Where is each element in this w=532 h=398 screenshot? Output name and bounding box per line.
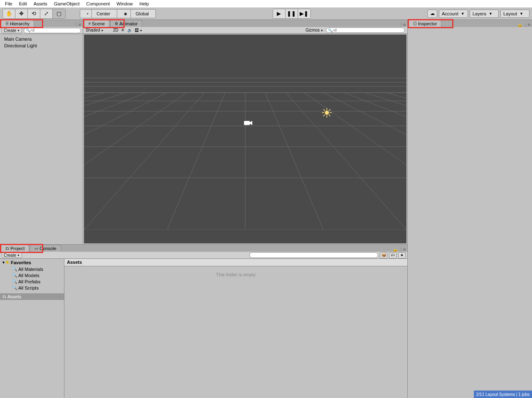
menu-file[interactable]: File <box>2 0 16 7</box>
lock-icon[interactable]: 🔒 ⋮≡ <box>393 247 406 252</box>
console-icon: ▭ <box>34 246 38 251</box>
panel-menu-icon[interactable]: ⋮≡ <box>74 22 81 27</box>
scene-search[interactable]: 🔍All <box>326 27 405 33</box>
play-button[interactable]: ▶ <box>273 9 286 18</box>
rotate-tool[interactable]: ⟲ <box>28 9 40 18</box>
svg-line-17 <box>304 93 406 230</box>
filter-label-button[interactable]: 🏷 <box>389 252 397 258</box>
scene-panel: # Scene ⚙ Animator ⋮≡ Shaded 2D ☀ 🔊 🖼 Gi… <box>83 20 407 244</box>
pivot-center[interactable]: ▪︎Center <box>80 10 117 18</box>
assets-folder[interactable]: 🗀Assets <box>0 293 64 300</box>
project-content: Assets This folder is empty <box>64 259 407 398</box>
hierarchy-panel: ☰ Hierarchy ⋮≡ Create 🔍All Main Camera D… <box>0 20 83 244</box>
directional-light-gizmo[interactable]: ☀ <box>321 105 333 121</box>
svg-line-11 <box>167 93 225 230</box>
svg-line-20 <box>344 93 406 230</box>
camera-gizmo[interactable] <box>244 120 253 128</box>
svg-line-18 <box>323 93 406 230</box>
rect-tool[interactable]: ▢ <box>53 9 65 18</box>
toggle-audio[interactable]: 🔊 <box>127 28 132 32</box>
svg-line-19 <box>84 93 146 230</box>
breadcrumb[interactable]: Assets <box>64 259 407 266</box>
inspector-panel: ⓘ Inspector 🔒 ⋮≡ <box>407 20 532 244</box>
info-icon: ⓘ <box>413 21 417 27</box>
play-controls: ▶ ❚❚ ▶❚ <box>273 9 311 19</box>
pause-button[interactable]: ❚❚ <box>286 9 298 18</box>
toggle-fx[interactable]: 🖼 <box>135 28 143 32</box>
favorite-button[interactable]: ★ <box>398 252 406 258</box>
animator-icon: ⚙ <box>115 22 118 26</box>
hierarchy-item-directional-light[interactable]: Directional Light <box>4 42 79 49</box>
hand-tool[interactable]: ✋ <box>3 9 15 18</box>
menu-edit[interactable]: Edit <box>16 0 30 7</box>
svg-line-21 <box>84 93 126 230</box>
layers-dropdown[interactable]: Layers▼ <box>470 10 499 18</box>
fav-all-models[interactable]: 🔍All Models <box>0 272 64 278</box>
scene-icon: # <box>89 22 91 26</box>
project-tree: ▼★ Favorites 🔍All Materials 🔍All Models … <box>0 259 64 398</box>
toggle-2d[interactable]: 2D <box>113 28 118 32</box>
menu-assets[interactable]: Assets <box>30 0 51 7</box>
tab-inspector[interactable]: ⓘ Inspector <box>409 20 441 27</box>
menu-bar: File Edit Assets GameObject Component Wi… <box>0 0 532 7</box>
hierarchy-create-dropdown[interactable]: Create <box>2 27 22 33</box>
layout-dropdown[interactable]: Layout▼ <box>500 10 530 18</box>
menu-component[interactable]: Component <box>83 0 113 7</box>
scale-tool[interactable]: ⤢ <box>40 9 53 18</box>
folder-icon: 🗀 <box>5 246 9 251</box>
svg-line-24 <box>386 93 406 230</box>
empty-folder-label: This folder is empty <box>64 266 407 283</box>
hierarchy-item-main-camera[interactable]: Main Camera <box>4 36 79 42</box>
project-panel: 🗀 Project ▭ Console 🔒 ⋮≡ Create 📦 🏷 ★ ▼★… <box>0 244 407 398</box>
toolbar: ✋ ✥ ⟲ ⤢ ▢ ▪︎Center ◉Global ▶ ❚❚ ▶❚ ☁ Acc… <box>0 7 532 20</box>
scene-viewport[interactable]: ☀ <box>84 34 406 243</box>
fav-all-prefabs[interactable]: 🔍All Prefabs <box>0 278 64 285</box>
project-search[interactable] <box>249 252 378 258</box>
hierarchy-list: Main Camera Directional Light <box>0 34 83 244</box>
svg-line-22 <box>365 93 406 230</box>
shading-mode-dropdown[interactable]: Shaded <box>86 28 111 32</box>
svg-line-14 <box>84 93 167 230</box>
tab-animator[interactable]: ⚙ Animator <box>110 20 142 27</box>
menu-window[interactable]: Window <box>113 0 136 7</box>
project-create-dropdown[interactable]: Create <box>2 252 22 258</box>
menu-help[interactable]: Help <box>136 0 152 7</box>
panel-menu-icon[interactable]: ⋮≡ <box>399 22 406 27</box>
transform-tools: ✋ ✥ ⟲ ⤢ ▢ <box>2 9 66 19</box>
lock-icon[interactable]: 🔒 ⋮≡ <box>517 22 530 27</box>
menu-gameobject[interactable]: GameObject <box>51 0 83 7</box>
favorites-folder[interactable]: ▼★ Favorites <box>0 259 64 266</box>
hierarchy-search[interactable]: 🔍All <box>24 28 81 33</box>
svg-line-12 <box>84 93 204 230</box>
svg-line-15 <box>265 93 323 230</box>
toggle-lighting[interactable]: ☀ <box>121 28 125 32</box>
account-dropdown[interactable]: Account▼ <box>439 10 468 18</box>
svg-line-23 <box>84 93 105 230</box>
pivot-global[interactable]: ◉Global <box>117 10 155 18</box>
svg-line-16 <box>286 93 406 230</box>
fav-all-materials[interactable]: 🔍All Materials <box>0 266 64 272</box>
list-icon: ☰ <box>5 22 9 26</box>
filter-asset-button[interactable]: 📦 <box>380 252 387 258</box>
cloud-button[interactable]: ☁ <box>427 10 437 18</box>
pivot-handle[interactable]: ▪︎Center ◉Global <box>80 9 156 18</box>
inspector-lower <box>407 244 532 398</box>
tab-console[interactable]: ▭ Console <box>30 245 61 252</box>
tab-scene[interactable]: # Scene <box>84 20 109 27</box>
move-tool[interactable]: ✥ <box>15 9 28 18</box>
step-button[interactable]: ▶❚ <box>298 9 310 18</box>
svg-line-13 <box>84 93 186 230</box>
tab-hierarchy[interactable]: ☰ Hierarchy <box>1 20 34 27</box>
status-bar: 2/11 Layout Systems | 1 jobs <box>474 391 532 398</box>
fav-all-scripts[interactable]: 🔍All Scripts <box>0 285 64 291</box>
tab-project[interactable]: 🗀 Project <box>1 245 29 252</box>
gizmos-dropdown[interactable]: Gizmos <box>305 28 323 32</box>
